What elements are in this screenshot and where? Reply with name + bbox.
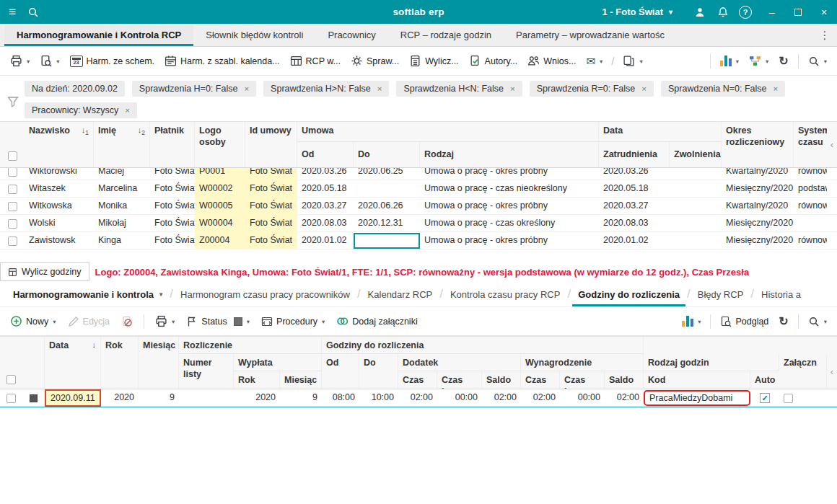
col-header-umowa-od[interactable]: Od <box>297 142 354 167</box>
search-button-lower[interactable]: ▾ <box>804 313 831 330</box>
col-header-id-umowy[interactable]: Id umowy <box>245 122 297 167</box>
col-header-nazwisko[interactable]: Nazwisko↓1 <box>25 122 94 167</box>
rcp-w-button[interactable]: RCP w... <box>286 52 345 70</box>
cell-rodzaj[interactable]: Umowa o pracę - okres próbny <box>420 168 599 180</box>
col-header-dodatek-czas-kor[interactable]: Czas kor. <box>437 371 482 389</box>
new-button[interactable]: Nowy ▾ <box>6 312 61 330</box>
global-search-icon[interactable] <box>27 6 39 18</box>
cell-zatrudnienia[interactable]: 2020.08.03 <box>599 215 670 232</box>
filter-chip-na-dzien[interactable]: Na dzień: 2020.09.02 <box>25 81 125 97</box>
col-header-system-czasu[interactable]: System czasu <box>794 122 827 167</box>
tab-harmonogramowanie-i-kontrola-rcp[interactable]: Harmonogramowanie i Kontrola RCP <box>4 24 193 46</box>
cell-od[interactable]: 2020.08.03 <box>297 215 354 232</box>
cell-data[interactable]: 2020.09.11 <box>45 389 101 407</box>
cell-do[interactable]: 2020.12.31 <box>354 215 420 232</box>
row-checkbox[interactable] <box>8 219 17 229</box>
cell-system[interactable]: równoważny <box>794 198 827 215</box>
cell-zwolnienia[interactable] <box>670 215 722 232</box>
select-all-checkbox[interactable] <box>6 375 16 384</box>
subtab-kalendarz-rcp[interactable]: Kalendarz RCP <box>362 282 439 306</box>
maximize-button[interactable] <box>785 0 811 24</box>
cell-wyn-czas-kor[interactable]: 00:00 <box>560 389 605 407</box>
auto-checkbox-checked[interactable]: ✓ <box>760 393 770 403</box>
row-checkbox[interactable] <box>6 394 16 403</box>
filter-chip-sprawdzenia-hltn[interactable]: Sprawdzenia H<N: False× <box>396 81 522 97</box>
cell-nazwisko[interactable]: Wiktorowski <box>25 168 94 180</box>
cell-rodzaj[interactable]: Umowa o pracę - okres próbny <box>420 198 599 215</box>
col-group-godziny-do-rozliczenia[interactable]: Godziny do rozliczenia <box>322 337 644 354</box>
col-header-dodatek-saldo[interactable]: Saldo <box>482 371 521 389</box>
cell-logo[interactable]: W00005 <box>195 198 245 215</box>
cell-okres[interactable]: Miesięczny/2020 <box>722 232 794 249</box>
filter-chip-sprawdzenia-h0[interactable]: Sprawdzenia H=0: False× <box>132 81 256 97</box>
cell-wyn-saldo[interactable]: 02:00 <box>605 389 644 407</box>
select-all-checkbox[interactable] <box>8 151 17 161</box>
col-header-numer-listy[interactable]: Numer listy <box>179 354 234 389</box>
table-row[interactable]: Witkowska Monika Foto Świat W00005 Foto … <box>0 198 837 215</box>
cell-dodatek-czas-kor[interactable]: 00:00 <box>437 389 482 407</box>
subtab-kontrola-czasu-pracy[interactable]: Kontrola czasu pracy RCP <box>444 282 566 306</box>
cell-okres[interactable]: Miesięczny/2020 <box>722 215 794 232</box>
cell-nazwisko[interactable]: Witaszek <box>25 180 94 198</box>
close-icon[interactable]: × <box>774 84 779 93</box>
cell-do[interactable]: 2020.06.25 <box>354 168 420 180</box>
delete-button[interactable] <box>117 313 137 330</box>
cell-imie[interactable]: Monika <box>94 198 150 215</box>
edit-button[interactable]: Edycja <box>63 313 115 330</box>
print-button[interactable]: ▾ <box>6 52 34 70</box>
col-header-wyn-czas-kor[interactable]: Czas kor. <box>560 371 605 389</box>
cell-zatrudnienia[interactable]: 2020.05.18 <box>599 180 670 198</box>
wnios-button[interactable]: Wnios... <box>523 52 580 70</box>
hamburger-menu-icon[interactable]: ≡ <box>9 6 16 18</box>
cell-do[interactable]: 10:00 <box>359 389 398 407</box>
col-header-zatrudnienia[interactable]: Zatrudnienia <box>599 142 670 167</box>
table-row[interactable]: Zawistowsk Kinga Foto Świat Z00004 Foto … <box>0 232 837 249</box>
cell-zatrudnienia[interactable]: 2020.03.26 <box>599 168 670 180</box>
col-header-wyn-czas[interactable]: Czas <box>521 371 560 389</box>
close-icon[interactable]: × <box>641 84 647 93</box>
row-checkbox[interactable] <box>8 236 17 246</box>
col-header-wyplata-rok[interactable]: Rok <box>234 371 280 389</box>
cell-zwolnienia[interactable] <box>670 168 722 180</box>
col-header-platnik[interactable]: Płatnik <box>150 122 195 167</box>
cell-zatrudnienia[interactable]: 2020.03.27 <box>599 198 670 215</box>
cell-id-umowy[interactable]: Foto Świat <box>245 232 297 249</box>
cell-imie[interactable]: Kinga <box>94 232 150 249</box>
table-row[interactable]: Wiktorowski Maciej Foto Świat P0001 Foto… <box>0 168 837 180</box>
col-header-data[interactable]: Data↓ <box>45 337 101 389</box>
col-header-logo-osoby[interactable]: Logo osoby <box>195 122 245 167</box>
cell-system[interactable]: równoważny <box>794 232 827 249</box>
cell-imie[interactable]: Mikołaj <box>94 215 150 232</box>
cell-zwolnienia[interactable] <box>670 198 722 215</box>
col-header-imie[interactable]: Imię↓2 <box>94 122 150 167</box>
subtab-harmonogram-czasu-pracy[interactable]: Harmonogram czasu pracy pracowników <box>175 282 356 306</box>
subtab-bledy-rcp[interactable]: Błędy RCP <box>692 282 750 306</box>
scroll-left-icon[interactable]: ‹ <box>827 122 837 167</box>
cell-id-umowy[interactable]: Foto Świat <box>245 180 297 198</box>
cell-rodzaj[interactable]: Umowa o pracę - okres próbny <box>420 232 599 249</box>
cell-rodzaj[interactable]: Umowa o pracę - czas określony <box>420 215 599 232</box>
print-button-lower[interactable]: ▾ <box>151 312 179 330</box>
cell-auto[interactable]: ✓ <box>750 389 779 407</box>
col-group-data[interactable]: Data <box>599 122 722 142</box>
col-header-zwolnienia[interactable]: Zwolnienia <box>670 142 722 167</box>
close-icon[interactable]: × <box>125 106 130 115</box>
cell-od[interactable]: 2020.05.18 <box>297 180 354 198</box>
wylicz-godziny-tab[interactable]: Wylicz godziny <box>0 262 89 281</box>
filter-chip-sprawdzenia-r0[interactable]: Sprawdzenia R=0: False× <box>530 81 654 97</box>
attachment-checkbox[interactable] <box>784 394 793 403</box>
cell-logo[interactable]: W00004 <box>195 215 245 232</box>
subtab-historia[interactable]: Historia a <box>755 282 807 306</box>
harm-ze-schem-button[interactable]: 23 Harm. ze schem. <box>66 53 159 70</box>
company-selector[interactable]: 1 - Foto Świat ▾ <box>602 0 672 24</box>
cell-rodzaj[interactable]: Umowa o pracę - czas nieokreślony <box>420 180 599 198</box>
tab-parametry[interactable]: Parametry – wprowadzanie wartośc <box>504 24 677 46</box>
cell-do[interactable]: 2020.06.26 <box>354 198 420 215</box>
col-header-okres-rozliczeniowy[interactable]: Okres rozliczeniowy <box>722 122 794 167</box>
col-header-wyplata-miesiac[interactable]: Miesiąc <box>280 371 322 389</box>
hours-row[interactable]: 2020.09.11 2020 9 2020 9 08:00 10:00 02:… <box>0 389 837 407</box>
scroll-left-icon[interactable]: ‹ <box>827 354 837 389</box>
cell-platnik[interactable]: Foto Świat <box>150 215 195 232</box>
cell-logo[interactable]: Z00004 <box>195 232 245 249</box>
col-header-miesiac[interactable]: Miesiąc <box>139 337 179 389</box>
